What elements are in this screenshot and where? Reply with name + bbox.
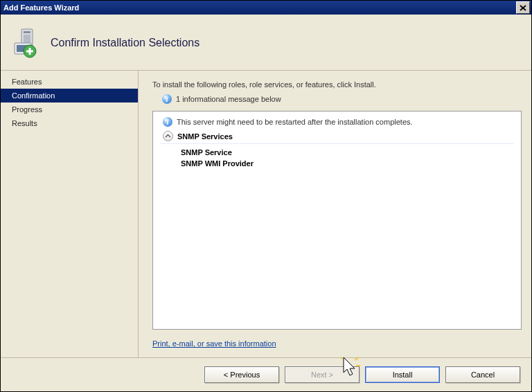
sidebar-item-features[interactable]: Features — [1, 75, 138, 89]
feature-child: SNMP WMI Provider — [181, 158, 514, 169]
restart-note-row: i This server might need to be restarted… — [163, 117, 514, 127]
svg-rect-2 — [24, 35, 30, 43]
window-title: Add Features Wizard — [3, 3, 516, 12]
info-icon: i — [163, 117, 172, 127]
restart-note-text: This server might need to be restarted a… — [177, 118, 413, 126]
feature-group-row: SNMP Services — [163, 131, 514, 141]
info-icon: i — [162, 94, 172, 104]
svg-line-10 — [355, 357, 359, 360]
feature-child: SNMP Service — [181, 147, 514, 158]
chevron-up-icon — [165, 133, 171, 139]
svg-rect-7 — [26, 51, 33, 53]
title-bar: Add Features Wizard — [1, 1, 531, 15]
sidebar-item-results[interactable]: Results — [1, 116, 138, 130]
svg-rect-1 — [24, 31, 30, 33]
wizard-window: Add Features Wizard Confirm Installation… — [0, 0, 532, 392]
feature-group-title: SNMP Services — [177, 132, 233, 141]
print-email-save-link[interactable]: Print, e-mail, or save this information — [152, 339, 276, 348]
install-button[interactable]: Install — [365, 366, 440, 383]
page-heading: Confirm Installation Selections — [51, 37, 200, 49]
wizard-main: To install the following roles, role ser… — [139, 71, 531, 357]
wizard-header: Confirm Installation Selections — [1, 15, 531, 71]
instruction-text: To install the following roles, role ser… — [152, 80, 522, 89]
sidebar-item-confirmation[interactable]: Confirmation — [1, 89, 138, 103]
close-icon — [520, 5, 526, 11]
confirmation-content-box: i This server might need to be restarted… — [152, 111, 522, 330]
link-row: Print, e-mail, or save this information — [152, 339, 522, 348]
wizard-header-icon — [10, 28, 41, 58]
info-summary-row: i 1 informational message below — [162, 94, 522, 104]
wizard-sidebar: Features Confirmation Progress Results — [1, 71, 139, 357]
separator — [160, 143, 514, 144]
next-button: Next > — [285, 366, 360, 383]
close-button[interactable] — [516, 1, 530, 14]
wizard-body: Features Confirmation Progress Results T… — [1, 71, 531, 357]
feature-children: SNMP Service SNMP WMI Provider — [181, 147, 514, 169]
sidebar-item-progress[interactable]: Progress — [1, 103, 138, 116]
previous-button[interactable]: < Previous — [204, 366, 279, 383]
install-button-label: Install — [393, 371, 413, 379]
cancel-button[interactable]: Cancel — [445, 366, 520, 383]
collapse-toggle[interactable] — [163, 131, 173, 141]
info-summary-text: 1 informational message below — [176, 95, 281, 103]
wizard-footer: < Previous Next > Install Cancel — [1, 357, 531, 391]
